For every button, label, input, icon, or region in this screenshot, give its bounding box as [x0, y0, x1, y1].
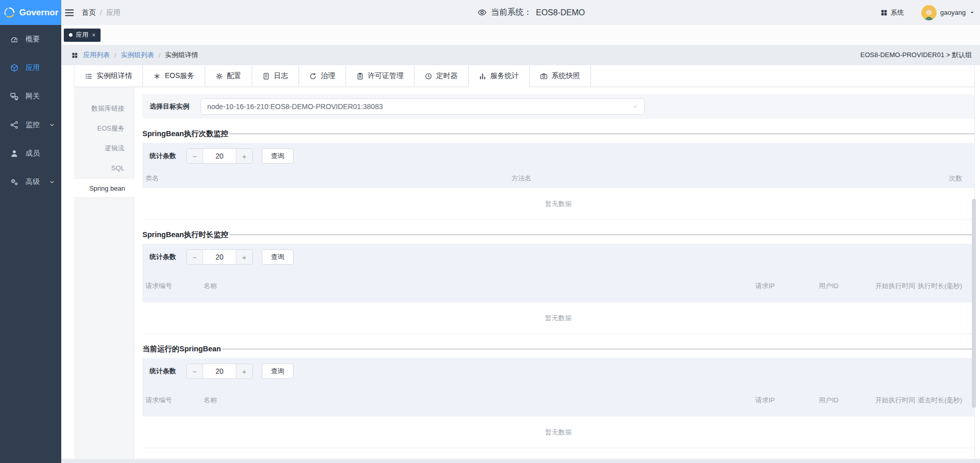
tab-label: EOS服务 [165, 71, 194, 81]
current-system-label: 当前系统： [491, 7, 532, 18]
table-header: 请求编号 名称 请求IP 用户ID 开始执行时间 执行时长(毫秒) [142, 270, 974, 302]
sidebar-item-overview[interactable]: 概要 [0, 25, 61, 54]
section-exec-count: SpringBean执行次数监控 统计条数 − 20 + [142, 129, 974, 220]
query-button[interactable]: 查询 [262, 249, 293, 265]
sidebar-item-members[interactable]: 成员 [0, 139, 61, 168]
empty-state: 暂无数据 [142, 417, 974, 448]
column-name: 名称 [190, 396, 708, 405]
tab-label: 系统快照 [552, 71, 580, 81]
tab-system-snapshot[interactable]: 系统快照 [530, 65, 591, 87]
section-title: SpringBean执行次数监控 [142, 129, 228, 139]
stepper-plus-button[interactable]: + [236, 149, 252, 163]
detail-tabs: 实例组详情 EOS服务 配置 [74, 65, 974, 87]
tab-label: 许可证管理 [368, 71, 404, 81]
stat-count-label: 统计条数 [150, 252, 176, 262]
logo[interactable]: Governor [0, 0, 61, 25]
sidebar-item-label: 监控 [26, 120, 42, 130]
breadcrumb-link-instance-group-list[interactable]: 实例组列表 [121, 50, 154, 60]
tab-chip-applications[interactable]: 应用 × [64, 29, 101, 42]
close-icon[interactable]: × [92, 32, 95, 39]
query-button[interactable]: 查询 [262, 148, 293, 164]
app-window: Governor 首页 / 应用 当前系统： EOS8-DEMO [0, 0, 980, 463]
subnav-item-sql[interactable]: SQL [74, 158, 134, 178]
horizontal-scrollbar[interactable] [61, 459, 980, 463]
sidebar-item-gateway[interactable]: 网关 [0, 82, 61, 111]
user-icon [10, 149, 19, 158]
column-elapsed-ms: 逝去时长(毫秒) [915, 395, 962, 405]
system-menu-label: 系统 [891, 8, 904, 17]
tab-config[interactable]: 配置 [205, 65, 252, 87]
detail-card: 实例组详情 EOS服务 配置 [74, 65, 975, 459]
column-class-name: 类名 [145, 174, 511, 183]
clipboard-icon [356, 72, 364, 80]
camera-icon [540, 72, 548, 80]
main-area: 应用 × 应用列表 / 实例组列表 / 实例组详情 EOS8-DEMO-PROV… [61, 25, 980, 463]
section-exec-duration: SpringBean执行时长监控 统计条数 − 20 + [142, 230, 974, 334]
sidebar-item-label: 成员 [26, 149, 55, 158]
sidebar-item-label: 概要 [26, 35, 55, 44]
tab-label: 配置 [227, 71, 241, 81]
tab-license-management[interactable]: 许可证管理 [346, 65, 414, 87]
target-instance-select[interactable]: node-10-16-16-210:EOS8-DEMO-PROVIDER01:3… [201, 98, 645, 115]
column-request-ip: 请求IP [708, 281, 775, 291]
user-menu[interactable]: gaoyang [921, 5, 975, 20]
system-menu[interactable]: 系统 [880, 8, 904, 17]
breadcrumb-separator: / [100, 9, 102, 17]
clock-icon [425, 72, 432, 80]
breadcrumb-current: 应用 [106, 8, 120, 17]
tab-label: 定时器 [436, 71, 458, 81]
empty-state: 暂无数据 [142, 188, 974, 220]
vertical-scrollbar-thumb[interactable] [972, 199, 976, 408]
tab-eos-service[interactable]: EOS服务 [143, 65, 205, 87]
stepper-plus-button[interactable]: + [236, 364, 252, 378]
column-name: 名称 [190, 281, 708, 291]
stepper-value-input[interactable]: 20 [203, 250, 236, 264]
stat-count-stepper: − 20 + [186, 249, 253, 265]
tab-label: 治理 [321, 71, 335, 81]
active-dot-icon [69, 33, 72, 37]
stepper-plus-button[interactable]: + [236, 250, 252, 264]
sidebar-item-label: 高级 [26, 177, 42, 187]
list-icon [85, 72, 92, 80]
empty-state: 暂无数据 [142, 302, 974, 334]
tab-label: 实例组详情 [96, 71, 132, 81]
breadcrumb-link-app-list[interactable]: 应用列表 [83, 50, 110, 60]
subnav-item-spring-bean[interactable]: Spring bean [74, 178, 134, 198]
subnav-item-eos-service[interactable]: EOS服务 [74, 118, 134, 138]
tab-instance-group-detail[interactable]: 实例组详情 [75, 65, 143, 87]
target-instance-label: 选择目标实例 [150, 102, 189, 111]
username: gaoyang [940, 9, 966, 16]
hamburger-icon[interactable] [64, 8, 75, 18]
section-divider [222, 349, 974, 349]
stepper-minus-button[interactable]: − [187, 250, 203, 264]
instance-group-context: EOS8-DEMO-PROVIDER01 > 默认组 [860, 50, 972, 60]
chevron-down-icon [49, 179, 55, 185]
tab-governance[interactable]: 治理 [299, 65, 346, 87]
stepper-minus-button[interactable]: − [187, 364, 203, 378]
tab-label: 日志 [274, 71, 288, 81]
chevron-down-icon [49, 122, 55, 128]
sidebar-item-label: 网关 [26, 92, 55, 101]
section-title: 当前运行的SpringBean [142, 344, 221, 354]
stepper-value-input[interactable]: 20 [203, 364, 236, 378]
stepper-value-input[interactable]: 20 [203, 149, 236, 163]
select-chevron-icon [632, 103, 639, 110]
sidebar-item-applications[interactable]: 应用 [0, 54, 61, 82]
query-button[interactable]: 查询 [262, 364, 293, 379]
logo-text: Governor [19, 8, 59, 18]
tab-service-stats[interactable]: 服务统计 [469, 65, 530, 87]
breadcrumb-home[interactable]: 首页 [82, 8, 96, 17]
subnav-item-logic-flow[interactable]: 逻辑流 [74, 138, 134, 158]
section-divider [229, 235, 974, 235]
gear-icon [215, 72, 223, 80]
column-start-time: 开始执行时间 [839, 396, 915, 405]
tab-timer[interactable]: 定时器 [414, 65, 469, 87]
target-instance-row: 选择目标实例 node-10-16-16-210:EOS8-DEMO-PROVI… [142, 94, 974, 119]
tab-logs[interactable]: 日志 [252, 65, 299, 87]
stepper-minus-button[interactable]: − [187, 149, 203, 163]
stat-count-label: 统计条数 [150, 151, 176, 161]
subnav-item-db-connections[interactable]: 数据库链接 [74, 98, 134, 118]
sidebar-item-monitoring[interactable]: 监控 [0, 111, 61, 139]
sidebar-item-advanced[interactable]: 高级 [0, 168, 61, 196]
document-icon [262, 72, 270, 80]
